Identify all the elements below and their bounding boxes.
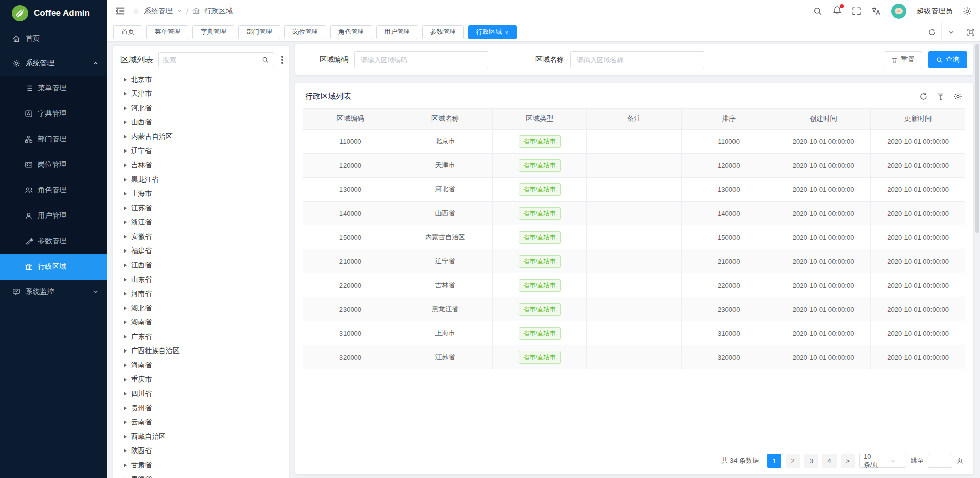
tree-item-湖北省[interactable]: 湖北省 [120, 301, 284, 315]
tree-item-云南省[interactable]: 云南省 [120, 415, 284, 430]
page-button-1[interactable]: 1 [767, 454, 781, 468]
caret-right-icon[interactable] [124, 435, 127, 439]
tree-item-重庆市[interactable]: 重庆市 [120, 372, 284, 387]
caret-right-icon[interactable] [124, 320, 127, 324]
tab-close-icon[interactable]: x [505, 29, 508, 35]
page-button-4[interactable]: 4 [822, 454, 837, 468]
sidebar-item-行政区域[interactable]: 行政区域 [0, 254, 107, 280]
tree-search-input[interactable] [158, 52, 257, 67]
tree-item-河北省[interactable]: 河北省 [120, 101, 284, 115]
refresh-icon[interactable] [919, 92, 928, 101]
tree-item-福建省[interactable]: 福建省 [120, 244, 284, 258]
caret-right-icon[interactable] [124, 463, 127, 467]
user-name[interactable]: 超级管理员 [917, 7, 952, 16]
tree-item-江苏省[interactable]: 江苏省 [120, 201, 284, 215]
sidebar-item-参数管理[interactable]: 参数管理 [0, 229, 107, 254]
tree-item-山西省[interactable]: 山西省 [120, 115, 284, 130]
tab-行政区域[interactable]: 行政区域x [468, 25, 517, 39]
caret-right-icon[interactable] [124, 349, 127, 353]
sidebar-item-菜单管理[interactable]: 菜单管理 [0, 76, 107, 101]
chevron-down-icon[interactable] [177, 8, 182, 14]
region-name-input[interactable] [570, 51, 704, 68]
tree-item-陕西省[interactable]: 陕西省 [120, 444, 284, 458]
tree-more-icon[interactable] [279, 56, 285, 64]
tree-item-广东省[interactable]: 广东省 [120, 330, 284, 344]
tree-item-湖南省[interactable]: 湖南省 [120, 315, 284, 330]
caret-right-icon[interactable] [124, 249, 127, 253]
translate-icon[interactable] [871, 6, 881, 16]
caret-right-icon[interactable] [124, 420, 127, 424]
tab-字典管理[interactable]: 字典管理 [192, 25, 234, 39]
caret-right-icon[interactable] [124, 278, 127, 282]
tree-item-江西省[interactable]: 江西省 [120, 258, 284, 272]
caret-right-icon[interactable] [124, 335, 127, 339]
tab-首页[interactable]: 首页 [113, 25, 142, 39]
tree-item-内蒙古自治区[interactable]: 内蒙古自治区 [120, 130, 284, 144]
tree-item-辽宁省[interactable]: 辽宁省 [120, 144, 284, 158]
tab-角色管理[interactable]: 角色管理 [330, 25, 372, 39]
caret-right-icon[interactable] [124, 192, 127, 196]
caret-right-icon[interactable] [124, 120, 127, 124]
caret-right-icon[interactable] [124, 363, 127, 367]
tree-item-吉林省[interactable]: 吉林省 [120, 158, 284, 172]
tree-item-山东省[interactable]: 山东省 [120, 272, 284, 287]
page-scrollbar[interactable] [975, 44, 979, 233]
caret-right-icon[interactable] [124, 292, 127, 296]
sidebar-item-字典管理[interactable]: 字典管理 [0, 101, 107, 127]
tree-item-甘肃省[interactable]: 甘肃省 [120, 458, 284, 472]
caret-right-icon[interactable] [124, 206, 127, 210]
tree-item-北京市[interactable]: 北京市 [120, 72, 284, 87]
tree-item-浙江省[interactable]: 浙江省 [120, 215, 284, 230]
caret-right-icon[interactable] [124, 163, 127, 167]
sidebar-item-系统监控[interactable]: 系统监控 [0, 280, 107, 304]
sidebar-item-岗位管理[interactable]: 岗位管理 [0, 152, 107, 178]
tree-item-贵州省[interactable]: 贵州省 [120, 401, 284, 415]
tab-部门管理[interactable]: 部门管理 [238, 25, 280, 39]
avatar[interactable] [891, 4, 906, 19]
caret-right-icon[interactable] [124, 392, 127, 396]
breadcrumb-parent[interactable]: 系统管理 [144, 7, 173, 16]
tree-item-广西壮族自治区[interactable]: 广西壮族自治区 [120, 344, 284, 358]
caret-right-icon[interactable] [124, 378, 127, 382]
tree-item-四川省[interactable]: 四川省 [120, 387, 284, 401]
caret-right-icon[interactable] [124, 78, 127, 82]
tab-菜单管理[interactable]: 菜单管理 [146, 25, 188, 39]
page-button-2[interactable]: 2 [786, 454, 800, 468]
tree-item-天津市[interactable]: 天津市 [120, 87, 284, 101]
reset-button[interactable]: 重置 [884, 51, 922, 68]
search-icon[interactable] [813, 7, 822, 16]
region-code-input[interactable] [354, 51, 488, 68]
caret-right-icon[interactable] [124, 263, 127, 267]
jump-page-input[interactable] [928, 454, 952, 468]
caret-right-icon[interactable] [124, 406, 127, 410]
caret-right-icon[interactable] [124, 135, 127, 139]
row-density-icon[interactable] [937, 93, 945, 101]
sidebar-item-部门管理[interactable]: 部门管理 [0, 127, 107, 152]
tree-search-button[interactable] [257, 52, 274, 67]
tree-item-河南省[interactable]: 河南省 [120, 287, 284, 301]
page-size-select[interactable]: 10 条/页 [859, 454, 906, 468]
sidebar-item-首页[interactable]: 首页 [0, 27, 107, 51]
caret-right-icon[interactable] [124, 235, 127, 239]
tab-用户管理[interactable]: 用户管理 [376, 25, 418, 39]
caret-right-icon[interactable] [124, 306, 127, 310]
content-fullscreen-button[interactable] [961, 22, 980, 42]
tabs-refresh-button[interactable] [922, 22, 941, 42]
caret-right-icon[interactable] [124, 149, 127, 153]
column-settings-icon[interactable] [953, 92, 962, 101]
next-page-button[interactable]: > [841, 454, 855, 468]
settings-gear-icon[interactable] [963, 7, 972, 16]
tree-item-上海市[interactable]: 上海市 [120, 187, 284, 201]
caret-right-icon[interactable] [124, 449, 127, 453]
tree-item-安徽省[interactable]: 安徽省 [120, 230, 284, 244]
query-button[interactable]: 查询 [928, 51, 967, 68]
fullscreen-icon[interactable] [852, 7, 861, 16]
tree-item-青海省[interactable]: 青海省 [120, 472, 284, 478]
caret-right-icon[interactable] [124, 178, 127, 182]
tabs-menu-chevron[interactable] [941, 22, 961, 42]
caret-right-icon[interactable] [124, 106, 127, 110]
tree-item-海南省[interactable]: 海南省 [120, 358, 284, 372]
page-button-3[interactable]: 3 [804, 454, 818, 468]
tab-岗位管理[interactable]: 岗位管理 [284, 25, 326, 39]
notification-bell[interactable] [832, 6, 842, 17]
